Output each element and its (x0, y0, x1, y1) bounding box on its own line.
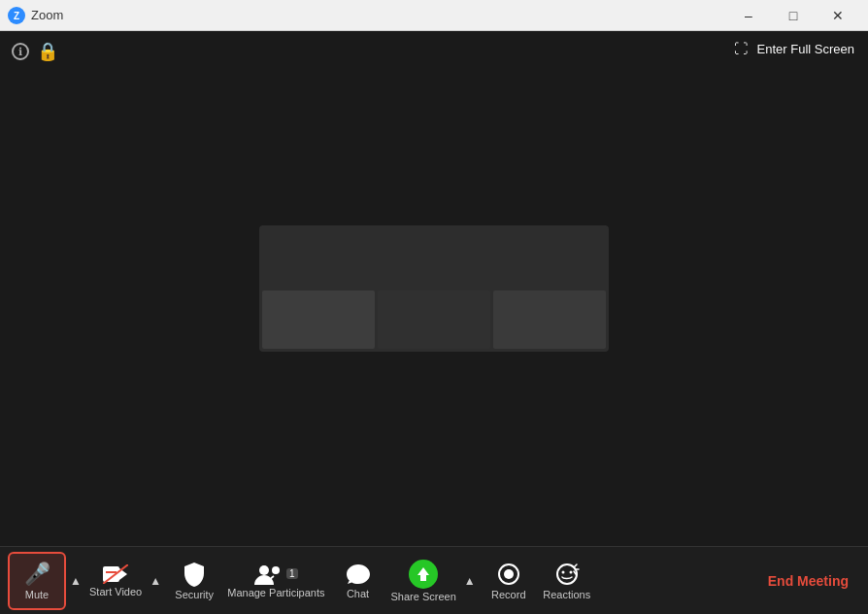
shield-icon (183, 562, 206, 587)
minimize-button[interactable]: – (726, 0, 771, 31)
info-icon[interactable]: ℹ (12, 43, 29, 60)
maximize-button[interactable]: □ (771, 0, 816, 31)
svg-point-10 (504, 569, 514, 579)
video-arrow-button[interactable]: ▲ (146, 552, 165, 610)
start-video-label: Start Video (89, 586, 142, 597)
security-button[interactable]: Security (165, 552, 223, 610)
share-screen-label: Share Screen (391, 591, 456, 602)
lock-icon: 🔒 (37, 41, 58, 62)
chevron-up-icon-2: ▲ (150, 574, 161, 588)
participants-label: Manage Participants (227, 587, 324, 598)
fullscreen-icon: ⛶ (734, 41, 748, 56)
svg-text:Z: Z (14, 11, 19, 21)
start-video-button[interactable]: Start Video (85, 552, 146, 610)
fullscreen-button[interactable]: ⛶ Enter Full Screen (734, 41, 854, 56)
video-grid (259, 225, 609, 352)
mute-arrow-button[interactable]: ▲ (66, 552, 85, 610)
share-arrow-button[interactable]: ▲ (460, 552, 480, 610)
end-meeting-button[interactable]: End Meeting (756, 573, 860, 589)
video-cell-top (262, 228, 606, 288)
record-label: Record (491, 589, 525, 600)
mic-icon: 🎤 (24, 562, 50, 587)
chevron-up-icon-3: ▲ (464, 574, 476, 588)
window-controls: – □ ✕ (726, 0, 860, 31)
participants-count: 1 (286, 568, 298, 579)
mute-label: Mute (25, 589, 49, 600)
close-button[interactable]: ✕ (816, 0, 860, 31)
video-cell-bottom-right (493, 290, 606, 350)
participants-icon: 1 (254, 563, 298, 585)
video-cell-bottom-mid (378, 290, 490, 350)
chevron-up-icon: ▲ (70, 574, 82, 588)
app-title: Zoom (31, 8, 726, 22)
svg-point-12 (561, 570, 564, 573)
chat-icon (346, 563, 371, 586)
reactions-button[interactable]: Reactions (538, 552, 596, 610)
share-screen-icon (409, 560, 438, 589)
reactions-icon (554, 562, 580, 587)
record-button[interactable]: Record (480, 552, 538, 610)
top-left-status: ℹ 🔒 (12, 41, 58, 62)
video-icon (103, 564, 128, 584)
chat-label: Chat (347, 588, 369, 599)
svg-point-6 (259, 565, 269, 575)
record-icon (496, 562, 521, 587)
svg-marker-8 (417, 567, 429, 581)
main-video-area: ℹ 🔒 ⛶ Enter Full Screen (0, 31, 868, 546)
security-label: Security (175, 589, 214, 600)
app-icon: Z (8, 7, 25, 24)
share-screen-button[interactable]: Share Screen (387, 552, 460, 610)
reactions-label: Reactions (543, 589, 590, 600)
chat-button[interactable]: Chat (329, 552, 387, 610)
svg-point-13 (569, 570, 572, 573)
participants-button[interactable]: 1 Manage Participants (223, 552, 328, 610)
svg-point-7 (272, 566, 280, 574)
video-cell-bottom-left (262, 290, 375, 350)
mute-button[interactable]: 🎤 Mute (8, 552, 66, 610)
toolbar: 🎤 Mute ▲ Start Video ▲ Security (0, 546, 868, 614)
title-bar: Z Zoom – □ ✕ (0, 0, 868, 31)
